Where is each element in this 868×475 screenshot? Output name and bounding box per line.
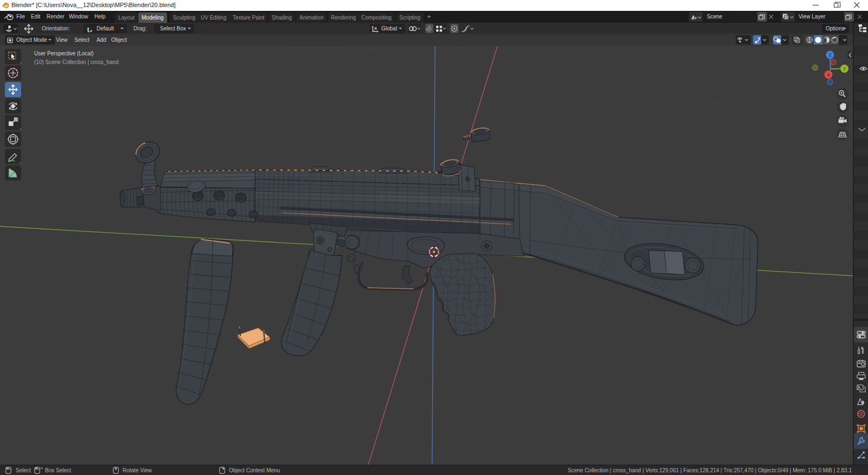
svg-text:Z: Z [828,52,831,58]
svg-text:Y: Y [843,66,846,72]
svg-text:X: X [827,72,830,78]
